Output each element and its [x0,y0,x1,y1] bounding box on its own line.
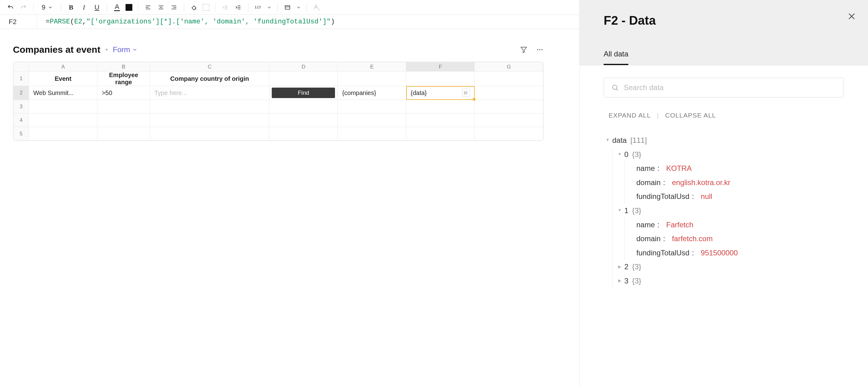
caret-down-icon[interactable]: ▼ [618,207,622,214]
svg-text:123: 123 [254,5,261,9]
tree-leaf[interactable]: domain:farfetch.com [629,232,844,246]
corner-cell[interactable] [13,62,29,71]
font-size-selector[interactable]: 9 [39,3,55,11]
cell-detail-icon[interactable] [462,89,470,97]
caret-right-icon[interactable]: ▶ [618,263,622,271]
json-tree: ▼ data [111] ▼0{3}name:KOTRAdomain:engli… [603,133,844,288]
collapse-all-button[interactable]: COLLAPSE ALL [665,111,716,119]
cell-F2[interactable]: {data} [406,86,475,100]
header-cell-B[interactable]: Employee range [97,71,150,86]
tree-root[interactable]: ▼ data [111] [606,133,844,148]
svg-point-30 [613,85,617,90]
filter-icon[interactable] [520,46,527,53]
redo-button[interactable] [19,3,28,12]
panel-body: EXPAND ALL | COLLAPSE ALL ▼ data [111] ▼… [580,65,868,388]
main-area: 9 B I U A [0,0,579,388]
col-header-E[interactable]: E [338,62,406,71]
sheet-row-5: 5 [13,127,543,141]
tree-leaf[interactable]: name:Farfetch [629,218,844,232]
column-header-row: A B C D E F G [13,62,543,71]
align-center-button[interactable] [157,3,165,12]
search-data-box[interactable] [603,78,844,97]
row-num-2[interactable]: 2 [13,86,29,100]
text-color-button[interactable]: A [113,3,121,12]
underline-button[interactable]: U [93,3,101,12]
tab-all-data[interactable]: All data [603,50,628,65]
col-header-A[interactable]: A [29,62,97,71]
expand-all-button[interactable]: EXPAND ALL [609,111,651,119]
tree-item[interactable]: ▼0{3} [618,148,844,162]
svg-marker-18 [521,47,527,53]
tree-item[interactable]: ▶3{3} [618,274,844,288]
indent-decrease-button[interactable] [221,3,229,12]
caret-down-icon[interactable]: ▼ [618,151,622,158]
italic-button[interactable]: I [80,3,88,12]
cell-reference[interactable]: F2 [0,15,37,29]
tree-children: ▼0{3}name:KOTRAdomain:english.kotra.or.k… [612,148,844,288]
clear-format-button[interactable]: Ax [312,3,321,12]
cell-D2[interactable]: Find [269,86,338,100]
cell-C2[interactable]: Type here... [150,86,269,100]
fill-tool-button[interactable] [190,3,198,12]
header-cell-F[interactable] [406,71,475,86]
sheet-header-row: 1 Event Employee range Company country o… [13,71,543,86]
spreadsheet-grid: A B C D E F G 1 Event Employee range Com [13,62,544,141]
expand-controls: EXPAND ALL | COLLAPSE ALL [603,111,844,119]
separator-dot: • [105,45,107,54]
indent-increase-button[interactable] [234,3,243,12]
chevron-down-icon[interactable] [296,5,301,10]
panel-title: F2 - Data [603,13,844,28]
tree-item[interactable]: ▶2{3} [618,260,844,274]
row-num-3[interactable]: 3 [13,100,29,114]
tree-leaf[interactable]: domain:english.kotra.or.kr [629,175,844,190]
panel-header: F2 - Data All data [580,0,868,65]
header-cell-E[interactable] [338,71,406,86]
header-cell-G[interactable] [475,71,543,86]
sheet-row-4: 4 [13,114,543,127]
data-panel: F2 - Data All data EXPAND ALL | COLLAPSE… [579,0,868,388]
col-header-D[interactable]: D [269,62,338,71]
formula-bar: F2 =PARSE(E2,"['organizations'][*].['nam… [0,15,579,29]
header-cell-C[interactable]: Company country of origin [150,71,269,86]
cell-B2[interactable]: >50 [97,86,150,100]
undo-button[interactable] [6,3,15,12]
col-header-F[interactable]: F [406,62,475,71]
font-size-value: 9 [42,3,45,11]
formula-input[interactable]: =PARSE(E2,"['organizations'][*].['name',… [37,18,579,26]
col-header-G[interactable]: G [475,62,543,71]
header-cell-A[interactable]: Event [29,71,97,86]
svg-point-20 [539,49,540,50]
row-num-4[interactable]: 4 [13,114,29,127]
bold-button[interactable]: B [67,3,75,12]
row-num-5[interactable]: 5 [13,127,29,141]
chevron-down-icon[interactable] [267,5,272,10]
sheet-title: Companies at event [13,44,100,55]
caret-down-icon[interactable]: ▼ [606,136,610,144]
close-button[interactable] [847,12,856,22]
row-num-1[interactable]: 1 [13,71,29,86]
col-header-C[interactable]: C [150,62,269,71]
col-header-B[interactable]: B [97,62,150,71]
caret-right-icon[interactable]: ▶ [618,277,622,285]
align-left-button[interactable] [144,3,152,12]
fill-color-swatch[interactable] [126,4,132,11]
align-right-button[interactable] [169,3,178,12]
header-cell-D[interactable] [269,71,338,86]
cell-A2[interactable]: Web Summit... [29,86,97,100]
search-data-input[interactable] [624,83,836,92]
form-link[interactable]: Form [113,45,137,54]
svg-point-25 [464,92,465,92]
tree-item[interactable]: ▼1{3} [618,203,844,218]
more-icon[interactable] [536,46,544,53]
cell-E2[interactable]: {companies} [338,86,406,100]
tree-leaf[interactable]: fundingTotalUsd:951500000 [629,246,844,260]
sheet-content: Companies at event • Form [0,29,579,388]
number-format-button[interactable]: 123 [254,3,262,12]
column-type-button[interactable] [283,3,292,12]
tree-leaf[interactable]: name:KOTRA [629,161,844,175]
tree-leaf[interactable]: fundingTotalUsd:null [629,189,844,203]
fill-tool-color[interactable] [203,4,210,11]
find-button[interactable]: Find [272,88,335,98]
cell-G2[interactable] [475,86,543,100]
toolbar: 9 B I U A [0,0,579,15]
